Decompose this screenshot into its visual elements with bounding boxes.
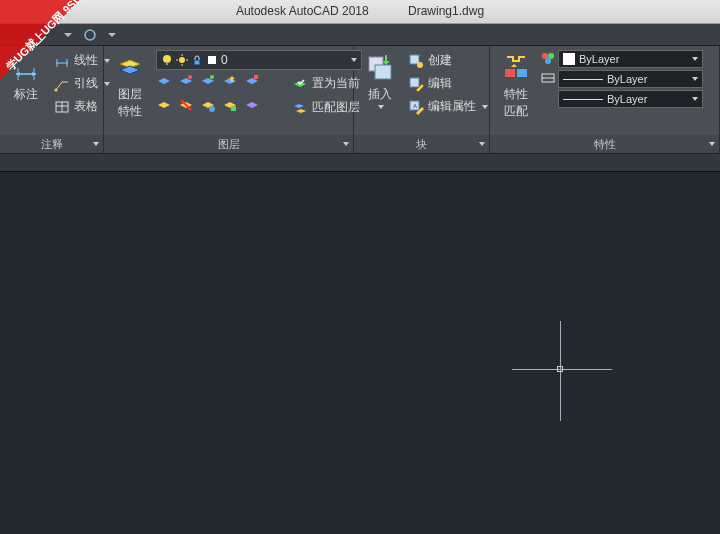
edit-attr-icon: A bbox=[408, 99, 424, 115]
lineweight-sample bbox=[563, 79, 603, 80]
dimension-label: 标注 bbox=[14, 86, 38, 103]
edit-block-icon bbox=[408, 76, 424, 92]
svg-point-24 bbox=[209, 106, 215, 112]
layer-tool-9[interactable] bbox=[222, 97, 238, 113]
svg-rect-12 bbox=[166, 62, 168, 65]
layer-tool-1[interactable] bbox=[156, 73, 172, 89]
svg-point-11 bbox=[163, 55, 171, 63]
title-bar: Autodesk AutoCAD 2018 Drawing1.dwg bbox=[0, 0, 720, 24]
plot-icon bbox=[206, 54, 218, 66]
svg-text:A: A bbox=[413, 103, 417, 109]
prop-tool-1[interactable] bbox=[540, 50, 556, 68]
svg-rect-34 bbox=[517, 69, 527, 77]
linetype-dropdown[interactable]: ByLayer bbox=[558, 90, 703, 108]
block-create-button[interactable]: 创建 bbox=[404, 50, 492, 71]
insert-button[interactable]: 插入 bbox=[358, 50, 402, 111]
ribbon: 标注 线性 引线 表格 注释 bbox=[0, 46, 720, 154]
layer-properties-label: 图层 特性 bbox=[118, 86, 142, 120]
lineweight-dropdown[interactable]: ByLayer bbox=[558, 70, 703, 88]
layer-dropdown[interactable]: 0 bbox=[156, 50, 362, 70]
layer-tool-5[interactable] bbox=[244, 73, 260, 89]
pickbox bbox=[557, 366, 563, 372]
svg-rect-28 bbox=[410, 55, 419, 64]
panel-block: 插入 创建 编辑 A 编辑属性 块 bbox=[354, 46, 490, 153]
block-edit-attr-button[interactable]: A 编辑属性 bbox=[404, 96, 492, 117]
dimension-icon bbox=[10, 52, 42, 84]
insert-icon bbox=[364, 52, 396, 84]
qat-dropdown[interactable] bbox=[60, 27, 76, 43]
sun-icon bbox=[176, 54, 188, 66]
bulb-icon bbox=[161, 54, 173, 66]
svg-rect-33 bbox=[505, 69, 515, 77]
panel-title-properties[interactable]: 特性 bbox=[490, 135, 719, 153]
layer-match-button[interactable]: 匹配图层 bbox=[290, 97, 362, 118]
svg-point-0 bbox=[85, 30, 95, 40]
prop-tool-2[interactable] bbox=[540, 69, 556, 87]
leader-icon bbox=[54, 76, 70, 92]
lock-icon bbox=[191, 54, 203, 66]
svg-point-36 bbox=[548, 53, 554, 59]
svg-point-7 bbox=[55, 88, 58, 91]
qat-dropdown-2[interactable] bbox=[104, 27, 120, 43]
layer-tool-10[interactable] bbox=[244, 97, 260, 113]
drawing-canvas[interactable] bbox=[0, 172, 720, 534]
svg-point-37 bbox=[545, 58, 551, 64]
linear-icon bbox=[54, 53, 70, 69]
svg-point-20 bbox=[188, 75, 192, 79]
color-swatch bbox=[563, 53, 575, 65]
layer-tool-4[interactable] bbox=[222, 73, 238, 89]
svg-rect-30 bbox=[410, 78, 419, 87]
layer-name-value: 0 bbox=[221, 53, 228, 67]
svg-point-13 bbox=[179, 57, 185, 63]
layer-properties-icon bbox=[114, 52, 146, 84]
svg-rect-18 bbox=[194, 60, 200, 65]
qat-workspace-icon[interactable] bbox=[82, 27, 98, 43]
block-edit-button[interactable]: 编辑 bbox=[404, 73, 492, 94]
match-prop-label: 特性 匹配 bbox=[504, 86, 528, 120]
linetype-sample bbox=[563, 99, 603, 100]
quick-access-toolbar bbox=[0, 24, 720, 46]
match-properties-button[interactable]: 特性 匹配 bbox=[494, 50, 538, 122]
layer-properties-button[interactable]: 图层 特性 bbox=[108, 50, 152, 122]
layer-set-current-button2[interactable]: 置为当前 bbox=[290, 73, 362, 94]
layer-tool-8[interactable] bbox=[200, 97, 216, 113]
svg-rect-19 bbox=[208, 56, 216, 64]
svg-point-35 bbox=[542, 53, 548, 59]
panel-annotate: 标注 线性 引线 表格 注释 bbox=[0, 46, 104, 153]
layer-tool-7[interactable] bbox=[178, 97, 194, 113]
layer-set-current-button[interactable] bbox=[266, 73, 286, 93]
svg-rect-25 bbox=[231, 106, 236, 111]
title-text: Autodesk AutoCAD 2018 Drawing1.dwg bbox=[0, 0, 720, 18]
layer-tool-3[interactable] bbox=[200, 73, 216, 89]
panel-layers: 图层 特性 0 bbox=[104, 46, 354, 153]
svg-rect-22 bbox=[254, 75, 258, 79]
document-tab-strip[interactable] bbox=[0, 154, 720, 172]
panel-title-annotate[interactable]: 注释 bbox=[0, 135, 103, 153]
insert-label: 插入 bbox=[368, 86, 392, 103]
svg-point-29 bbox=[417, 62, 423, 68]
table-icon bbox=[54, 99, 70, 115]
panel-title-block[interactable]: 块 bbox=[354, 135, 489, 153]
layer-tool-2[interactable] bbox=[178, 73, 194, 89]
create-block-icon bbox=[408, 53, 424, 69]
color-dropdown[interactable]: ByLayer bbox=[558, 50, 703, 68]
panel-title-layers[interactable]: 图层 bbox=[104, 135, 353, 153]
set-current-icon bbox=[292, 76, 308, 92]
match-layer-icon bbox=[292, 100, 308, 116]
panel-properties: 特性 匹配 ByLayer ByLayer By bbox=[490, 46, 720, 153]
layer-tool-6[interactable] bbox=[156, 97, 172, 113]
svg-rect-27 bbox=[375, 65, 391, 79]
match-prop-icon bbox=[500, 52, 532, 84]
dimension-button[interactable]: 标注 bbox=[4, 50, 48, 105]
svg-point-21 bbox=[210, 75, 214, 79]
